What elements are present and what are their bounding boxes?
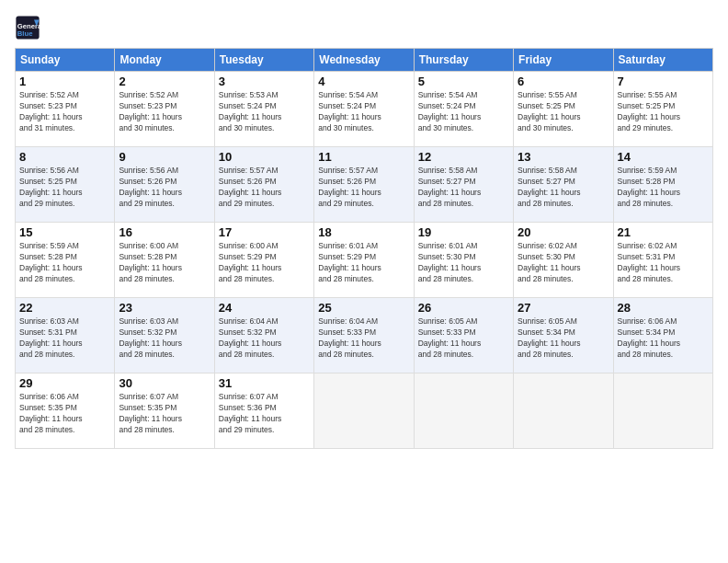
calendar-cell: 21Sunrise: 6:02 AM Sunset: 5:31 PM Dayli… [613,223,712,298]
day-info: Sunrise: 6:00 AM Sunset: 5:29 PM Dayligh… [219,241,310,285]
header: General Blue [15,15,713,40]
day-info: Sunrise: 5:54 AM Sunset: 5:24 PM Dayligh… [418,90,509,134]
day-info: Sunrise: 6:05 AM Sunset: 5:34 PM Dayligh… [518,316,609,361]
calendar-cell: 12Sunrise: 5:58 AM Sunset: 5:27 PM Dayli… [414,147,513,223]
header-row: SundayMondayTuesdayWednesdayThursdayFrid… [16,49,713,72]
day-number: 10 [219,150,310,164]
week-row-2: 8Sunrise: 5:56 AM Sunset: 5:25 PM Daylig… [16,147,713,223]
calendar-cell: 8Sunrise: 5:56 AM Sunset: 5:25 PM Daylig… [16,147,115,223]
day-info: Sunrise: 6:04 AM Sunset: 5:33 PM Dayligh… [318,316,409,361]
day-info: Sunrise: 5:54 AM Sunset: 5:24 PM Dayligh… [318,90,409,134]
calendar-cell: 30Sunrise: 6:07 AM Sunset: 5:35 PM Dayli… [115,373,214,449]
day-number: 15 [19,225,110,239]
day-info: Sunrise: 5:59 AM Sunset: 5:28 PM Dayligh… [618,166,709,210]
weekday-header-tuesday: Tuesday [214,49,313,72]
day-info: Sunrise: 6:06 AM Sunset: 5:35 PM Dayligh… [19,392,110,436]
calendar-cell: 31Sunrise: 6:07 AM Sunset: 5:36 PM Dayli… [214,373,313,449]
day-info: Sunrise: 6:00 AM Sunset: 5:28 PM Dayligh… [119,241,210,285]
day-number: 28 [618,301,709,315]
calendar-cell: 9Sunrise: 5:56 AM Sunset: 5:26 PM Daylig… [115,147,214,223]
calendar-cell: 27Sunrise: 6:05 AM Sunset: 5:34 PM Dayli… [514,298,613,373]
day-info: Sunrise: 6:01 AM Sunset: 5:30 PM Dayligh… [418,241,509,285]
day-number: 4 [318,75,409,88]
day-info: Sunrise: 5:58 AM Sunset: 5:27 PM Dayligh… [518,166,609,210]
day-number: 23 [119,301,210,315]
calendar-cell: 18Sunrise: 6:01 AM Sunset: 5:29 PM Dayli… [314,223,414,298]
day-info: Sunrise: 5:55 AM Sunset: 5:25 PM Dayligh… [618,90,709,134]
calendar-cell: 7Sunrise: 5:55 AM Sunset: 5:25 PM Daylig… [613,72,712,147]
calendar-cell: 24Sunrise: 6:04 AM Sunset: 5:32 PM Dayli… [214,298,313,373]
day-number: 3 [219,75,310,88]
day-number: 13 [518,150,609,164]
calendar-cell: 28Sunrise: 6:06 AM Sunset: 5:34 PM Dayli… [613,298,712,373]
day-info: Sunrise: 5:52 AM Sunset: 5:23 PM Dayligh… [119,90,210,134]
week-row-1: 1Sunrise: 5:52 AM Sunset: 5:23 PM Daylig… [16,72,713,147]
day-info: Sunrise: 6:01 AM Sunset: 5:29 PM Dayligh… [318,241,409,285]
day-info: Sunrise: 6:07 AM Sunset: 5:35 PM Dayligh… [119,392,210,436]
calendar-cell: 2Sunrise: 5:52 AM Sunset: 5:23 PM Daylig… [115,72,214,147]
calendar-cell: 25Sunrise: 6:04 AM Sunset: 5:33 PM Dayli… [314,298,414,373]
weekday-header-monday: Monday [115,49,214,72]
calendar-cell [613,373,712,449]
calendar-cell: 1Sunrise: 5:52 AM Sunset: 5:23 PM Daylig… [16,72,115,147]
calendar-cell: 15Sunrise: 5:59 AM Sunset: 5:28 PM Dayli… [16,223,115,298]
weekday-header-saturday: Saturday [613,49,712,72]
day-number: 8 [19,150,110,164]
day-info: Sunrise: 5:56 AM Sunset: 5:25 PM Dayligh… [19,166,110,210]
calendar-cell [514,373,613,449]
day-info: Sunrise: 6:03 AM Sunset: 5:31 PM Dayligh… [19,316,110,361]
day-info: Sunrise: 6:02 AM Sunset: 5:31 PM Dayligh… [618,241,709,285]
day-number: 7 [618,75,709,88]
day-number: 27 [518,301,609,315]
calendar-cell: 13Sunrise: 5:58 AM Sunset: 5:27 PM Dayli… [514,147,613,223]
week-row-3: 15Sunrise: 5:59 AM Sunset: 5:28 PM Dayli… [16,223,713,298]
calendar-cell: 26Sunrise: 6:05 AM Sunset: 5:33 PM Dayli… [414,298,513,373]
day-number: 21 [618,225,709,239]
logo-icon: General Blue [15,15,40,40]
calendar-cell [314,373,414,449]
calendar-cell: 5Sunrise: 5:54 AM Sunset: 5:24 PM Daylig… [414,72,513,147]
day-number: 9 [119,150,210,164]
calendar-cell [414,373,513,449]
day-number: 14 [618,150,709,164]
day-info: Sunrise: 5:52 AM Sunset: 5:23 PM Dayligh… [19,90,110,134]
day-number: 24 [219,301,310,315]
calendar-cell: 22Sunrise: 6:03 AM Sunset: 5:31 PM Dayli… [16,298,115,373]
day-info: Sunrise: 6:07 AM Sunset: 5:36 PM Dayligh… [219,392,310,436]
day-info: Sunrise: 5:59 AM Sunset: 5:28 PM Dayligh… [19,241,110,285]
day-info: Sunrise: 5:53 AM Sunset: 5:24 PM Dayligh… [219,90,310,134]
day-info: Sunrise: 5:57 AM Sunset: 5:26 PM Dayligh… [318,166,409,210]
calendar-cell: 4Sunrise: 5:54 AM Sunset: 5:24 PM Daylig… [314,72,414,147]
day-number: 22 [19,301,110,315]
svg-text:Blue: Blue [17,29,33,38]
calendar-cell: 17Sunrise: 6:00 AM Sunset: 5:29 PM Dayli… [214,223,313,298]
day-number: 5 [418,75,509,88]
calendar-cell: 10Sunrise: 5:57 AM Sunset: 5:26 PM Dayli… [214,147,313,223]
day-number: 20 [518,225,609,239]
day-number: 26 [418,301,509,315]
day-info: Sunrise: 5:58 AM Sunset: 5:27 PM Dayligh… [418,166,509,210]
day-info: Sunrise: 6:03 AM Sunset: 5:32 PM Dayligh… [119,316,210,361]
day-number: 18 [318,225,409,239]
weekday-header-friday: Friday [514,49,613,72]
calendar-cell: 20Sunrise: 6:02 AM Sunset: 5:30 PM Dayli… [514,223,613,298]
day-info: Sunrise: 6:06 AM Sunset: 5:34 PM Dayligh… [618,316,709,361]
weekday-header-sunday: Sunday [16,49,115,72]
day-number: 1 [19,75,110,88]
day-info: Sunrise: 6:05 AM Sunset: 5:33 PM Dayligh… [418,316,509,361]
day-number: 16 [119,225,210,239]
logo: General Blue [15,15,44,40]
calendar-cell: 14Sunrise: 5:59 AM Sunset: 5:28 PM Dayli… [613,147,712,223]
day-number: 30 [119,376,210,390]
calendar-cell: 23Sunrise: 6:03 AM Sunset: 5:32 PM Dayli… [115,298,214,373]
day-number: 11 [318,150,409,164]
calendar-cell: 3Sunrise: 5:53 AM Sunset: 5:24 PM Daylig… [214,72,313,147]
calendar-table: SundayMondayTuesdayWednesdayThursdayFrid… [15,48,713,449]
week-row-4: 22Sunrise: 6:03 AM Sunset: 5:31 PM Dayli… [16,298,713,373]
day-info: Sunrise: 6:02 AM Sunset: 5:30 PM Dayligh… [518,241,609,285]
day-number: 17 [219,225,310,239]
day-number: 31 [219,376,310,390]
day-number: 25 [318,301,409,315]
day-number: 12 [418,150,509,164]
day-info: Sunrise: 5:55 AM Sunset: 5:25 PM Dayligh… [518,90,609,134]
